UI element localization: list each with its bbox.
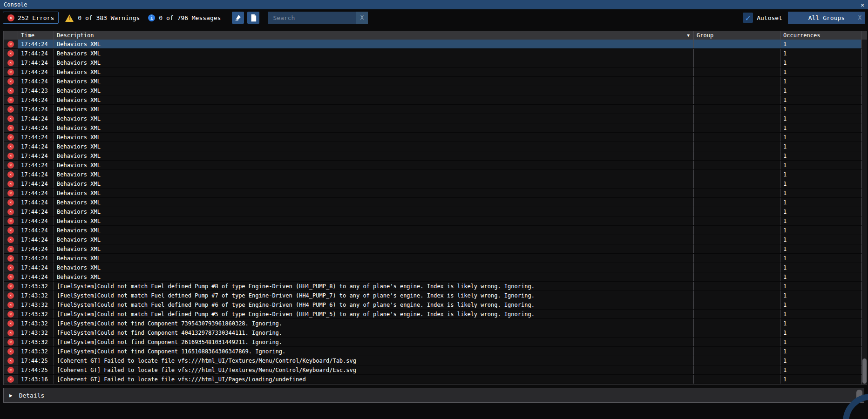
table-row[interactable]: ✕17:44:24Behaviors XML1	[4, 263, 867, 272]
row-severity-cell: ✕	[4, 198, 18, 207]
table-row[interactable]: ✕17:44:25[Coherent GT] Failed to locate …	[4, 356, 867, 365]
search-box: X	[268, 12, 368, 24]
errors-filter-button[interactable]: ✕ 252 Errors	[3, 12, 59, 24]
row-group	[694, 235, 780, 244]
row-group	[694, 291, 780, 300]
table-row[interactable]: ✕17:44:24Behaviors XML1	[4, 254, 867, 263]
header-occurrences[interactable]: Occurrences	[780, 31, 861, 40]
search-input[interactable]	[268, 14, 353, 21]
table-row[interactable]: ✕17:44:24Behaviors XML1	[4, 244, 867, 254]
table-row[interactable]: ✕17:44:24Behaviors XML1	[4, 272, 867, 282]
table-row[interactable]: ✕17:44:24Behaviors XML1	[4, 198, 867, 207]
row-description: Behaviors XML	[54, 58, 694, 67]
table-row[interactable]: ✕17:44:24Behaviors XML1	[4, 133, 867, 142]
table-scrollbar-thumb[interactable]	[862, 358, 867, 384]
row-severity-cell: ✕	[4, 40, 18, 48]
table-row[interactable]: ✕17:44:24Behaviors XML1	[4, 235, 867, 244]
row-group	[694, 86, 780, 95]
table-row[interactable]: ✕17:44:24Behaviors XML1	[4, 40, 867, 49]
table-row[interactable]: ✕17:44:24Behaviors XML1	[4, 216, 867, 226]
row-occurrences: 1	[780, 216, 861, 225]
warnings-filter-button[interactable]: ! 0 of 383 Warnings	[65, 14, 140, 22]
error-icon: ✕	[7, 227, 14, 234]
row-severity-cell: ✕	[4, 356, 18, 365]
row-description: Behaviors XML	[54, 207, 694, 216]
table-row[interactable]: ✕17:44:24Behaviors XML1	[4, 58, 867, 68]
table-row[interactable]: ✕17:43:32[FuelSystem]Could not match Fue…	[4, 310, 867, 319]
row-occurrences: 1	[780, 235, 861, 244]
table-row[interactable]: ✕17:44:25[Coherent GT] Failed to locate …	[4, 365, 867, 375]
row-occurrences: 1	[780, 68, 861, 76]
header-time[interactable]: Time	[18, 31, 54, 40]
table-row[interactable]: ✕17:44:24Behaviors XML1	[4, 142, 867, 151]
row-time: 17:44:24	[18, 68, 54, 76]
row-group	[694, 365, 780, 374]
table-scrollbar[interactable]	[861, 40, 867, 385]
table-row[interactable]: ✕17:43:32[FuelSystem]Could not match Fue…	[4, 300, 867, 310]
row-description: Behaviors XML	[54, 49, 694, 58]
check-icon: ✓	[745, 13, 750, 23]
table-row[interactable]: ✕17:43:32[FuelSystem]Could not find Comp…	[4, 338, 867, 347]
clear-console-button[interactable]	[232, 12, 244, 24]
table-row[interactable]: ✕17:43:32[FuelSystem]Could not match Fue…	[4, 291, 867, 300]
row-occurrences: 1	[780, 207, 861, 216]
row-time: 17:44:24	[18, 123, 54, 132]
search-clear-button[interactable]: X	[356, 12, 368, 24]
header-group[interactable]: Group	[694, 31, 780, 40]
table-header: Time Description ▼ Group Occurrences	[4, 31, 867, 40]
row-group	[694, 114, 780, 123]
row-severity-cell: ✕	[4, 254, 18, 263]
row-time: 17:44:24	[18, 226, 54, 235]
row-severity-cell: ✕	[4, 310, 18, 318]
row-severity-cell: ✕	[4, 161, 18, 169]
row-description: Behaviors XML	[54, 235, 694, 244]
header-description[interactable]: Description ▼	[54, 31, 694, 40]
table-row[interactable]: ✕17:43:32[FuelSystem]Could not find Comp…	[4, 328, 867, 338]
error-icon: ✕	[7, 292, 14, 299]
error-icon: ✕	[7, 125, 14, 131]
row-description: Behaviors XML	[54, 40, 694, 48]
table-row[interactable]: ✕17:44:24Behaviors XML1	[4, 179, 867, 189]
table-row[interactable]: ✕17:44:24Behaviors XML1	[4, 114, 867, 123]
autoset-checkbox[interactable]: ✓	[743, 13, 753, 23]
table-row[interactable]: ✕17:44:24Behaviors XML1	[4, 151, 867, 161]
row-severity-cell: ✕	[4, 179, 18, 188]
row-description: Behaviors XML	[54, 151, 694, 160]
expander-arrow-icon[interactable]: ▶	[9, 392, 13, 399]
table-row[interactable]: ✕17:44:24Behaviors XML1	[4, 77, 867, 86]
table-row[interactable]: ✕17:43:32[FuelSystem]Could not find Comp…	[4, 319, 867, 328]
table-row[interactable]: ✕17:44:24Behaviors XML1	[4, 49, 867, 58]
groups-dropdown[interactable]: All Groups X	[788, 12, 865, 24]
row-group	[694, 170, 780, 179]
table-row[interactable]: ✕17:44:24Behaviors XML1	[4, 161, 867, 170]
sort-descending-icon: ▼	[687, 33, 690, 38]
row-group	[694, 49, 780, 58]
table-row[interactable]: ✕17:44:24Behaviors XML1	[4, 189, 867, 198]
row-description: Behaviors XML	[54, 105, 694, 114]
table-row[interactable]: ✕17:44:24Behaviors XML1	[4, 123, 867, 133]
close-icon[interactable]: ✕	[861, 2, 864, 8]
table-row[interactable]: ✕17:44:24Behaviors XML1	[4, 226, 867, 235]
table-row[interactable]: ✕17:44:24Behaviors XML1	[4, 105, 867, 114]
row-time: 17:43:32	[18, 300, 54, 309]
console-toolbar: ✕ 252 Errors ! 0 of 383 Warnings i 0 of …	[3, 12, 866, 24]
details-panel[interactable]: ▶ Details	[3, 388, 864, 403]
groups-clear-button[interactable]: X	[858, 14, 861, 21]
row-occurrences: 1	[780, 105, 861, 114]
table-row[interactable]: ✕17:43:32[FuelSystem]Could not match Fue…	[4, 282, 867, 291]
table-row[interactable]: ✕17:44:23Behaviors XML1	[4, 86, 867, 95]
error-icon: ✕	[7, 330, 14, 336]
table-row[interactable]: ✕17:44:24Behaviors XML1	[4, 207, 867, 216]
table-row[interactable]: ✕17:44:24Behaviors XML1	[4, 68, 867, 77]
row-group	[694, 282, 780, 291]
messages-filter-button[interactable]: i 0 of 796 Messages	[148, 14, 221, 21]
copy-log-button[interactable]	[247, 12, 259, 24]
row-description: [Coherent GT] Failed to locate file vfs:…	[54, 356, 694, 365]
row-description: Behaviors XML	[54, 254, 694, 263]
table-row[interactable]: ✕17:43:32[FuelSystem]Could not find Comp…	[4, 347, 867, 356]
row-description: Behaviors XML	[54, 68, 694, 76]
table-row[interactable]: ✕17:43:16[Coherent GT] Failed to locate …	[4, 375, 867, 384]
table-row[interactable]: ✕17:44:24Behaviors XML1	[4, 95, 867, 105]
table-row[interactable]: ✕17:44:24Behaviors XML1	[4, 170, 867, 179]
row-time: 17:44:25	[18, 365, 54, 374]
